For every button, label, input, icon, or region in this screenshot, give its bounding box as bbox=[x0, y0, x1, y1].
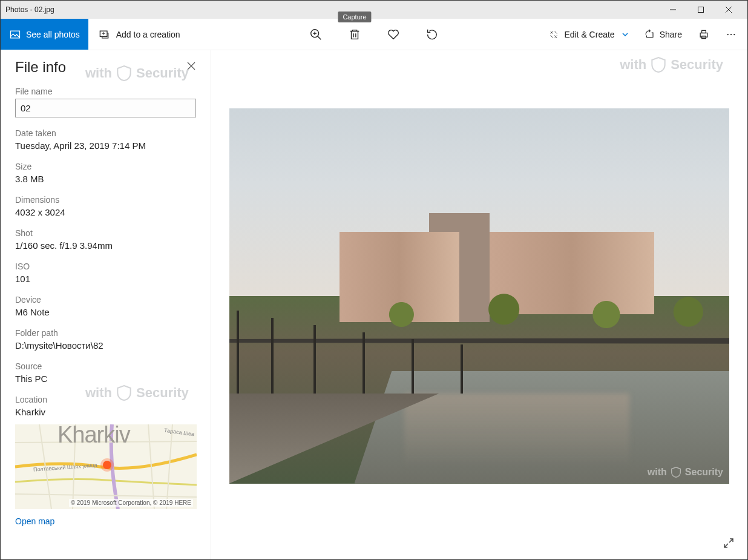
device-field: Device M6 Note bbox=[15, 295, 196, 317]
file-name-field: File name bbox=[15, 87, 196, 117]
delete-button[interactable]: Capture bbox=[346, 26, 363, 43]
rotate-icon bbox=[425, 28, 439, 41]
map-preview[interactable]: Kharkiv Полтавський Шлях улица Тараса Ше… bbox=[15, 424, 197, 509]
share-label: Share bbox=[660, 30, 682, 39]
size-value: 3.8 MB bbox=[15, 174, 196, 184]
window-title: Photos - 02.jpg bbox=[5, 5, 659, 14]
source-value: This PC bbox=[15, 374, 196, 384]
share-button[interactable]: Share bbox=[644, 29, 682, 40]
svg-point-17 bbox=[733, 33, 735, 35]
close-button[interactable] bbox=[715, 1, 743, 19]
panel-title: File info bbox=[15, 59, 66, 76]
body: with Security with Security File info Fi… bbox=[1, 50, 747, 559]
print-icon bbox=[698, 28, 710, 41]
device-label: Device bbox=[15, 295, 196, 305]
share-icon bbox=[644, 29, 655, 40]
add-creation-label: Add to a creation bbox=[116, 30, 180, 39]
device-value: M6 Note bbox=[15, 307, 196, 317]
zoom-icon bbox=[309, 28, 323, 41]
minimize-button[interactable] bbox=[659, 1, 687, 19]
zoom-button[interactable] bbox=[307, 26, 324, 43]
svg-rect-1 bbox=[698, 7, 704, 13]
shot-label: Shot bbox=[15, 228, 196, 238]
svg-rect-12 bbox=[700, 33, 707, 37]
size-field: Size 3.8 MB bbox=[15, 162, 196, 184]
edit-icon bbox=[548, 29, 559, 40]
location-label: Location bbox=[15, 395, 196, 404]
location-value: Kharkiv bbox=[15, 407, 196, 417]
titlebar: Photos - 02.jpg bbox=[1, 1, 747, 19]
shot-value: 1/160 sec. f/1.9 3.94mm bbox=[15, 240, 196, 251]
source-label: Source bbox=[15, 361, 196, 371]
favorite-button[interactable] bbox=[385, 26, 402, 43]
toolbar-right: Edit & Create Share bbox=[548, 28, 747, 41]
print-button[interactable] bbox=[698, 28, 710, 41]
panel-header: File info bbox=[15, 59, 196, 76]
svg-point-15 bbox=[727, 33, 729, 35]
app-window: Photos - 02.jpg See all photos Add to a … bbox=[0, 0, 748, 560]
svg-rect-13 bbox=[702, 30, 706, 33]
date-taken-field: Date taken Tuesday, April 23, 2019 7:14 … bbox=[15, 128, 196, 151]
watermark: with Security bbox=[620, 55, 723, 74]
add-creation-icon bbox=[98, 28, 110, 41]
toolbar: See all photos Add to a creation Capture bbox=[1, 19, 747, 50]
dimensions-field: Dimensions 4032 x 3024 bbox=[15, 195, 196, 217]
trash-icon bbox=[348, 28, 361, 41]
add-to-creation-button[interactable]: Add to a creation bbox=[88, 19, 190, 50]
file-info-panel: with Security with Security File info Fi… bbox=[1, 50, 211, 559]
svg-rect-4 bbox=[11, 31, 20, 38]
shot-field: Shot 1/160 sec. f/1.9 3.94mm bbox=[15, 228, 196, 251]
map-city-label: Kharkiv bbox=[57, 424, 130, 448]
svg-point-16 bbox=[730, 33, 732, 35]
capture-tooltip: Capture bbox=[338, 12, 371, 22]
edit-create-button[interactable]: Edit & Create bbox=[548, 29, 628, 40]
iso-field: ISO 101 bbox=[15, 262, 196, 284]
dimensions-label: Dimensions bbox=[15, 195, 196, 205]
file-name-input[interactable] bbox=[15, 99, 196, 117]
date-taken-value: Tuesday, April 23, 2019 7:14 PM bbox=[15, 140, 196, 151]
fullscreen-button[interactable] bbox=[723, 538, 735, 550]
dimensions-value: 4032 x 3024 bbox=[15, 207, 196, 217]
see-all-label: See all photos bbox=[26, 30, 80, 39]
map-attribution: © 2019 Microsoft Corporation, © 2019 HER… bbox=[69, 499, 193, 507]
photos-icon bbox=[9, 28, 21, 41]
iso-label: ISO bbox=[15, 262, 196, 271]
svg-line-9 bbox=[318, 36, 321, 39]
date-taken-label: Date taken bbox=[15, 128, 196, 138]
map-pin-icon bbox=[103, 461, 111, 469]
source-field: Source This PC bbox=[15, 361, 196, 384]
rotate-button[interactable] bbox=[424, 26, 441, 43]
iso-value: 101 bbox=[15, 274, 196, 284]
ellipsis-icon bbox=[726, 29, 737, 40]
size-label: Size bbox=[15, 162, 196, 171]
close-panel-button[interactable] bbox=[186, 61, 196, 73]
folder-path-label: Folder path bbox=[15, 328, 196, 338]
photo-viewport: with Security bbox=[211, 50, 747, 559]
file-name-label: File name bbox=[15, 87, 196, 96]
folder-path-value: D:\mysite\Новости\82 bbox=[15, 340, 196, 351]
window-controls bbox=[659, 1, 743, 19]
chevron-down-icon bbox=[622, 30, 628, 39]
toolbar-left: See all photos Add to a creation bbox=[1, 19, 190, 50]
photo-image[interactable]: with Security bbox=[229, 108, 729, 484]
maximize-button[interactable] bbox=[687, 1, 715, 19]
heart-icon bbox=[387, 28, 400, 41]
location-field: Location Kharkiv bbox=[15, 395, 196, 417]
edit-create-label: Edit & Create bbox=[564, 30, 614, 39]
more-options-button[interactable] bbox=[726, 29, 737, 40]
folder-path-field: Folder path D:\mysite\Новости\82 bbox=[15, 328, 196, 351]
toolbar-center: Capture bbox=[307, 26, 441, 43]
see-all-photos-button[interactable]: See all photos bbox=[1, 19, 88, 50]
open-map-link[interactable]: Open map bbox=[15, 516, 196, 526]
